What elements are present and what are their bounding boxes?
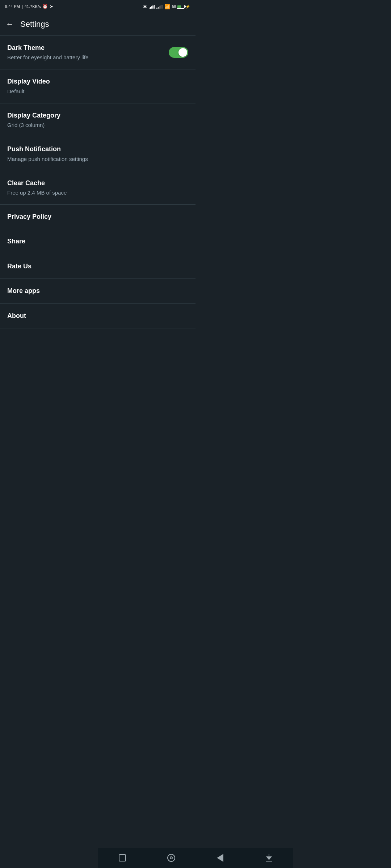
dark-theme-title: Dark Theme <box>7 44 169 52</box>
privacy-policy-title: Privacy Policy <box>7 213 188 221</box>
signal-bars-1 <box>149 4 155 9</box>
divider-10 <box>0 328 196 328</box>
display-category-title: Display Category <box>7 111 188 120</box>
settings-item-display-video[interactable]: Display Video Default <box>0 69 196 103</box>
battery-box <box>177 5 185 9</box>
bluetooth-icon: ✱ <box>143 4 147 9</box>
about-title: About <box>7 312 188 320</box>
settings-item-display-video-content: Display Video Default <box>7 77 188 95</box>
wifi-icon: 📶 <box>164 4 170 9</box>
status-left: 9:44 PM | 41.7KB/s ⏰ ➤ <box>5 4 53 9</box>
settings-item-display-category[interactable]: Display Category Grid (3 column) <box>0 103 196 137</box>
push-notification-subtitle: Manage push notification settings <box>7 155 188 163</box>
settings-item-share[interactable]: Share <box>0 229 196 254</box>
clear-cache-title: Clear Cache <box>7 179 188 187</box>
toggle-knob <box>178 48 187 57</box>
settings-item-more-apps-content: More apps <box>7 287 188 295</box>
settings-item-more-apps[interactable]: More apps <box>0 279 196 303</box>
display-video-subtitle: Default <box>7 88 188 95</box>
display-category-subtitle: Grid (3 column) <box>7 121 188 129</box>
settings-item-push-notification[interactable]: Push Notification Manage push notificati… <box>0 137 196 170</box>
battery-indicator: 58 ⚡ <box>172 4 190 9</box>
charging-icon: ⚡ <box>185 4 190 9</box>
dark-theme-toggle[interactable] <box>169 47 188 58</box>
settings-item-privacy-policy-content: Privacy Policy <box>7 213 188 221</box>
settings-item-clear-cache-content: Clear Cache Free up 2.4 MB of space <box>7 179 188 196</box>
status-time: 9:44 PM <box>5 4 20 9</box>
status-bar: 9:44 PM | 41.7KB/s ⏰ ➤ ✱ 📶 58 ⚡ <box>0 0 196 13</box>
settings-item-dark-theme-content: Dark Theme Better for eyesight and batte… <box>7 44 169 61</box>
settings-item-rate-us-content: Rate Us <box>7 262 188 271</box>
settings-item-share-content: Share <box>7 237 188 246</box>
status-speed: 41.7KB/s <box>25 4 41 9</box>
header: ← Settings <box>0 13 196 35</box>
settings-item-about[interactable]: About <box>0 304 196 328</box>
battery-percent-label: 58 <box>172 5 176 9</box>
push-notification-title: Push Notification <box>7 145 188 153</box>
dark-theme-subtitle: Better for eyesight and battery life <box>7 54 169 61</box>
alarm-icon: ⏰ <box>42 4 48 9</box>
signal-bars-2 <box>156 4 163 9</box>
status-separator: | <box>22 4 23 9</box>
settings-item-clear-cache[interactable]: Clear Cache Free up 2.4 MB of space <box>0 171 196 204</box>
settings-item-rate-us[interactable]: Rate Us <box>0 254 196 278</box>
clear-cache-subtitle: Free up 2.4 MB of space <box>7 189 188 196</box>
status-right: ✱ 📶 58 ⚡ <box>143 4 190 9</box>
location-icon: ➤ <box>50 4 53 9</box>
display-video-title: Display Video <box>7 77 188 86</box>
more-apps-title: More apps <box>7 287 188 295</box>
share-title: Share <box>7 237 188 246</box>
settings-item-dark-theme[interactable]: Dark Theme Better for eyesight and batte… <box>0 36 196 69</box>
settings-item-about-content: About <box>7 312 188 320</box>
page-title: Settings <box>20 20 49 29</box>
settings-item-push-notification-content: Push Notification Manage push notificati… <box>7 145 188 162</box>
settings-item-privacy-policy[interactable]: Privacy Policy <box>0 205 196 229</box>
battery-fill <box>177 5 181 8</box>
settings-content: Dark Theme Better for eyesight and batte… <box>0 36 196 349</box>
settings-item-display-category-content: Display Category Grid (3 column) <box>7 111 188 129</box>
back-button[interactable]: ← <box>6 20 14 28</box>
settings-list: Dark Theme Better for eyesight and batte… <box>0 36 196 328</box>
rate-us-title: Rate Us <box>7 262 188 271</box>
